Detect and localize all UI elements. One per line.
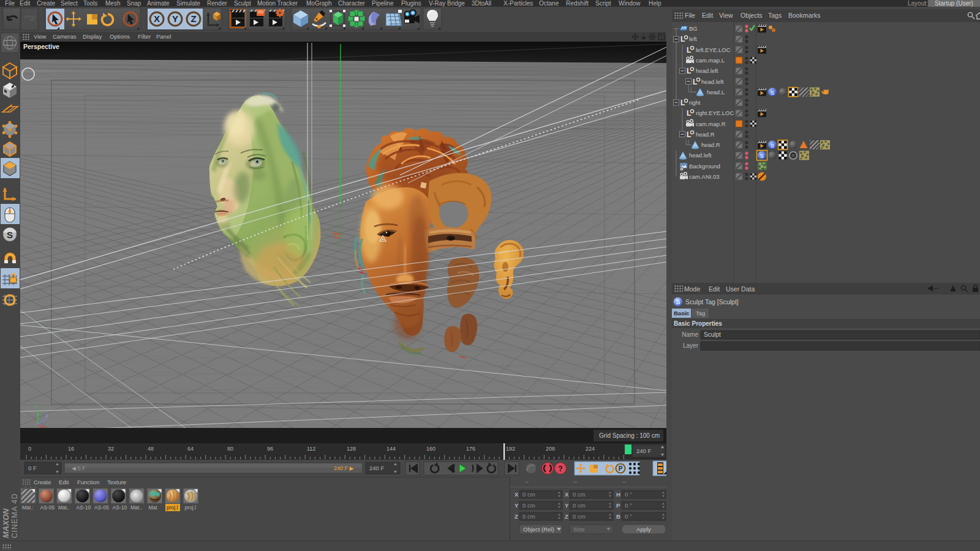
svg-text:proj.l: proj.l	[185, 504, 197, 511]
svg-text:0 cm: 0 cm	[573, 502, 586, 509]
svg-text:0 cm: 0 cm	[573, 513, 586, 520]
svg-text:left.EYE.LOC: left.EYE.LOC	[696, 47, 731, 53]
svg-text:Texture: Texture	[107, 479, 126, 485]
svg-text:Sculpt: Sculpt	[704, 331, 721, 338]
svg-text:Z: Z	[45, 413, 48, 419]
svg-text:AS-05: AS-05	[94, 504, 109, 511]
svg-text:64: 64	[187, 446, 194, 452]
svg-text:right: right	[689, 99, 701, 106]
svg-text:Mat..: Mat..	[58, 504, 70, 511]
svg-text:Perspective: Perspective	[23, 43, 59, 50]
svg-text:S: S	[771, 142, 774, 149]
svg-text:Layer: Layer	[683, 342, 699, 349]
svg-text:240 F: 240 F	[369, 465, 384, 471]
svg-text:--: --	[525, 479, 529, 485]
svg-text:0 F: 0 F	[28, 465, 37, 471]
svg-text:Mat.:: Mat.:	[22, 504, 34, 511]
svg-text:MAXON: MAXON	[1, 508, 10, 538]
svg-text:0 cm: 0 cm	[522, 513, 535, 520]
svg-text:Apply: Apply	[636, 526, 651, 533]
svg-text:0 cm: 0 cm	[522, 491, 535, 498]
svg-text:16: 16	[68, 446, 74, 452]
svg-text:Edit: Edit	[59, 479, 69, 485]
svg-text:head.R: head.R	[701, 141, 720, 148]
svg-text:--: --	[622, 479, 626, 485]
svg-text:cam.map.L: cam.map.L	[696, 57, 725, 64]
svg-text:S: S	[771, 89, 774, 96]
svg-text:S: S	[760, 152, 764, 159]
svg-text:head.left: head.left	[701, 78, 724, 85]
svg-text:Mat..: Mat..	[130, 504, 142, 511]
svg-text:176: 176	[466, 446, 475, 452]
svg-text:Sculpt Tag [Sculpt]: Sculpt Tag [Sculpt]	[685, 298, 739, 305]
svg-text:Y: Y	[36, 404, 39, 410]
svg-text:Object (Rel): Object (Rel)	[523, 526, 554, 533]
svg-text:BG: BG	[689, 25, 698, 32]
svg-text:proj.l: proj.l	[167, 504, 178, 511]
svg-text:128: 128	[347, 446, 356, 452]
svg-text:Create: Create	[34, 479, 51, 485]
svg-text:cam.map.R: cam.map.R	[696, 121, 726, 127]
svg-text:AS-10: AS-10	[77, 504, 91, 511]
svg-text:240 F ▶: 240 F ▶	[334, 465, 354, 471]
svg-text:0 °: 0 °	[625, 502, 632, 509]
svg-text:Z: Z	[190, 13, 196, 24]
svg-text:Function: Function	[77, 479, 99, 485]
svg-text:P: P	[619, 465, 623, 472]
svg-text:Grid Spacing : 100 cm: Grid Spacing : 100 cm	[599, 432, 660, 439]
svg-text:P: P	[616, 502, 620, 509]
svg-text:X: X	[565, 491, 569, 498]
svg-text:Z: Z	[565, 513, 568, 520]
svg-text:Basic: Basic	[674, 310, 689, 317]
svg-text:S: S	[676, 298, 680, 305]
svg-text:Y: Y	[172, 13, 178, 24]
svg-text:0 cm: 0 cm	[573, 491, 586, 498]
svg-text:0: 0	[28, 446, 31, 452]
svg-text:192: 192	[506, 446, 515, 452]
svg-text:head.left: head.left	[689, 152, 712, 159]
svg-text:CINEMA 4D: CINEMA 4D	[10, 493, 19, 538]
svg-text:96: 96	[267, 446, 273, 452]
svg-text:X: X	[154, 13, 160, 24]
svg-text:Name: Name	[682, 331, 698, 338]
svg-text:head.R: head.R	[696, 131, 715, 138]
svg-text:B: B	[616, 513, 620, 520]
svg-text:224: 224	[586, 446, 595, 452]
svg-text:32: 32	[108, 446, 114, 452]
svg-text:0 °: 0 °	[625, 513, 632, 520]
svg-text:Tag: Tag	[696, 310, 705, 317]
svg-text:?: ?	[558, 465, 562, 473]
svg-text:head.L: head.L	[707, 89, 725, 96]
svg-text:144: 144	[386, 446, 396, 452]
svg-text:cam.ANI.03: cam.ANI.03	[689, 173, 720, 180]
svg-text:Size: Size	[573, 526, 584, 533]
svg-text:S: S	[7, 230, 13, 240]
svg-text:head.left: head.left	[696, 67, 718, 74]
svg-text:Y: Y	[514, 502, 519, 509]
svg-text:◀ 0 F: ◀ 0 F	[72, 465, 86, 471]
svg-text:240 F: 240 F	[636, 448, 651, 454]
svg-text:Y: Y	[565, 502, 569, 509]
svg-text:0 °: 0 °	[625, 491, 632, 498]
svg-text:X: X	[514, 491, 519, 498]
svg-text:right.EYE.LOC: right.EYE.LOC	[696, 110, 734, 116]
svg-text:160: 160	[426, 446, 435, 452]
svg-text:AS-10: AS-10	[113, 504, 127, 511]
svg-text:0 cm: 0 cm	[522, 502, 535, 509]
svg-text:Mat: Mat	[149, 504, 158, 511]
svg-text:48: 48	[148, 446, 154, 452]
svg-text:80: 80	[227, 446, 233, 452]
svg-text:AS-05: AS-05	[40, 504, 55, 511]
svg-text:Z: Z	[514, 513, 518, 520]
svg-text:--: --	[573, 479, 577, 485]
svg-text:H: H	[616, 491, 620, 498]
svg-text:Basic Properties: Basic Properties	[674, 320, 722, 327]
svg-text:112: 112	[307, 446, 315, 452]
svg-text:left: left	[689, 36, 697, 42]
svg-text:Background: Background	[689, 163, 720, 170]
svg-text:208: 208	[546, 446, 555, 452]
